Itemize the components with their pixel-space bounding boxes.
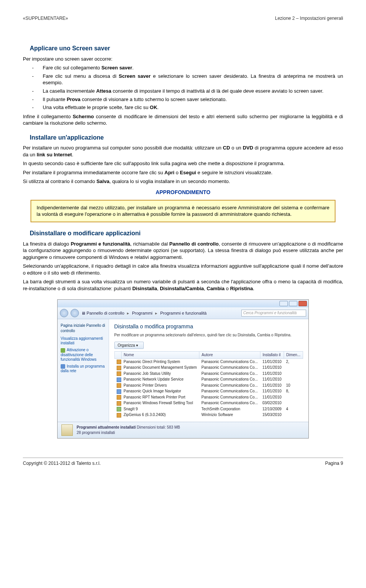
uninstall-p2: Selezionando un'applicazione, il riquadr…: [23, 263, 343, 276]
status-count: 28 programmi installati: [77, 430, 180, 435]
table-row[interactable]: SnagIt 9TechSmith Corporation12/10/20094: [114, 406, 303, 412]
sidebar-link[interactable]: Installa un programma dalla rete: [61, 364, 106, 373]
bullet-item: -Fare clic sul menu a discesa di Screen …: [32, 73, 343, 86]
table-row[interactable]: Panasonic Direct Printing SystemPanasoni…: [114, 358, 303, 365]
status-icon: [61, 424, 73, 436]
header-left: «SUPPLEMENTARE»: [23, 15, 68, 21]
nav-bar: 🖥 Pannello di controllo ▸ Programmi ▸ Pr…: [58, 307, 308, 319]
footer-right: Pagina 9: [325, 460, 343, 466]
table-row[interactable]: Panasonic Quick Image NavigatorPanasonic…: [114, 388, 303, 394]
bullet-list: -Fare clic sul collegamento Screen saver…: [23, 64, 343, 111]
close-button[interactable]: [299, 301, 307, 306]
bullet-item: -Il pulsante Prova consente di visionare…: [32, 96, 343, 103]
control-panel-window: 🖥 Pannello di controllo ▸ Programmi ▸ Pr…: [57, 299, 309, 438]
table-row[interactable]: Panasonic Windows Firewall Setting ToolP…: [114, 400, 303, 406]
content-pane: Disinstalla o modifica programma Per mod…: [109, 319, 308, 421]
uninstall-p3: La barra degli strumenti a sua volta vis…: [23, 278, 343, 292]
approfondimento-box: Indipendentemente dal mezzo utilizzato, …: [30, 200, 336, 222]
search-input[interactable]: Cerca Programmi e funzionalità: [241, 310, 306, 316]
install-p3: Per installare il programma immediatamen…: [23, 169, 343, 176]
window-titlebar: [58, 300, 308, 307]
table-row[interactable]: ZipGenius 6 (6.3.0.2400)WinInizio Softwa…: [114, 412, 303, 418]
header-right: Lezione 2 – Impostazioni generali: [275, 15, 343, 21]
column-header[interactable]: Nome: [121, 352, 199, 359]
program-list[interactable]: NomeAutoreInstallato ilDimen... Panasoni…: [114, 351, 303, 418]
section-title-install: Installare un'applicazione: [30, 133, 343, 142]
bullet-item: -Fare clic sul collegamento Screen saver…: [32, 64, 343, 71]
organize-button[interactable]: Organizza ▾: [114, 342, 144, 349]
content-title: Disinstalla o modifica programma: [114, 323, 303, 330]
page-header: «SUPPLEMENTARE» Lezione 2 – Impostazioni…: [23, 15, 343, 21]
after-bullets: Infine il collegamento Schermo consente …: [23, 113, 343, 127]
sidebar-header: Pagina iniziale Pannello di controllo: [61, 323, 106, 333]
table-row[interactable]: Panasonic Printer DriversPanasonic Commu…: [114, 382, 303, 389]
status-bar: Programmi attualmente installati Dimensi…: [58, 422, 308, 438]
install-p2: In questo secondo caso è sufficiente far…: [23, 160, 343, 167]
breadcrumb[interactable]: 🖥 Pannello di controllo ▸ Programmi ▸ Pr…: [81, 310, 207, 316]
table-row[interactable]: Panasonic RPT Network Printer PortPanaso…: [114, 394, 303, 400]
bullet-item: -Una volta effettuate le proprie scelte,…: [32, 104, 343, 111]
table-row[interactable]: Panasonic Network Update ServicePanasoni…: [114, 376, 303, 382]
forward-button[interactable]: [71, 309, 79, 317]
minimize-button[interactable]: [279, 301, 288, 306]
status-label: Programmi attualmente installati: [77, 425, 136, 429]
table-row[interactable]: Panasonic Job Status UtilityPanasonic Co…: [114, 371, 303, 377]
sidebar: Pagina iniziale Pannello di controllo Vi…: [58, 319, 109, 421]
section-title-uninstall: Disinstallare o modificare applicazioni: [30, 229, 343, 238]
section-title-screensaver: Applicare uno Screen saver: [30, 44, 343, 53]
column-header[interactable]: Dimen...: [284, 352, 303, 359]
status-value: Dimensioni totali: 583 MB: [137, 425, 180, 429]
bullet-item: -La casella incrementale Attesa consente…: [32, 88, 343, 95]
sidebar-link[interactable]: Visualizza aggiornamenti installati: [61, 336, 106, 345]
approfondimento-title: APPROFONDIMENTO: [23, 189, 343, 196]
back-button[interactable]: [60, 309, 68, 317]
intro-text: Per impostare uno screen saver occorre:: [23, 56, 343, 63]
maximize-button[interactable]: [289, 301, 297, 306]
content-sub: Per modificare un programma selezionarlo…: [114, 333, 303, 338]
footer-left: Copyright © 2011-2012 di Talento s.r.l.: [23, 460, 101, 466]
column-header[interactable]: Autore: [199, 352, 260, 359]
page-footer: Copyright © 2011-2012 di Talento s.r.l. …: [23, 458, 343, 466]
install-p4: Si utilizza al contrario il comando Salv…: [23, 178, 343, 185]
sidebar-link[interactable]: Attivazione o disattivazione delle funzi…: [61, 348, 106, 361]
uninstall-p1: La finestra di dialogo Programmi e funzi…: [23, 241, 343, 261]
column-header[interactable]: Installato il: [260, 352, 284, 359]
install-p1: Per installare un nuovo programma sul co…: [23, 145, 343, 158]
table-row[interactable]: Panasonic Document Management SystemPana…: [114, 365, 303, 371]
